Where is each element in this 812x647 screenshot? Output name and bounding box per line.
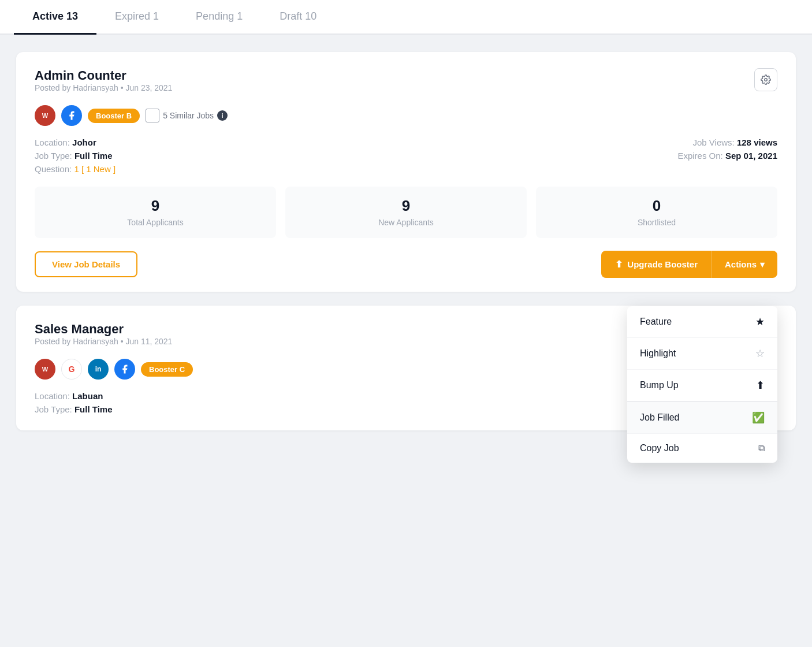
card1-info-right: Job Views: 128 views Expires On: Sep 01,…	[677, 137, 777, 174]
card1-jobtype-line: Job Type: Full Time	[35, 151, 116, 161]
copy-icon: ⧉	[758, 443, 765, 453]
feature-label: Feature	[640, 317, 672, 327]
card1-header: Admin Counter Posted by Hadriansyah • Ju…	[35, 68, 777, 102]
job-filled-label: Job Filled	[640, 412, 679, 423]
card1-booster-badge: Booster B	[88, 109, 140, 123]
card1-question-value[interactable]: 1 [ 1 New ]	[74, 164, 116, 174]
bump-up-label: Bump Up	[640, 380, 679, 391]
card2-platform-icon-google: G	[61, 359, 82, 380]
tabs-bar: Active 13 Expired 1 Pending 1 Draft 10	[0, 0, 812, 35]
card1-title: Admin Counter	[35, 68, 172, 83]
similar-jobs-icon	[146, 109, 159, 122]
info-icon: i	[217, 110, 228, 121]
card2-jobtype-label: Job Type:	[35, 404, 72, 414]
card2-jobtype-line: Job Type: Full Time	[35, 404, 113, 414]
card1-title-block: Admin Counter Posted by Hadriansyah • Ju…	[35, 68, 172, 102]
facebook-icon	[66, 110, 77, 121]
dropdown-item-feature[interactable]: Feature ★	[627, 306, 777, 338]
stat-shortlisted[interactable]: 0 Shortlisted	[536, 187, 777, 238]
card1-jobtype-value: Full Time	[75, 151, 113, 161]
card2-platform-icon-linkedin: in	[88, 359, 109, 380]
card1-similar-jobs[interactable]: 5 Similar Jobs i	[146, 109, 228, 122]
card1-location-line: Location: Johor	[35, 137, 116, 147]
card2-title-block: Sales Manager Posted by Hadriansyah • Ju…	[35, 322, 172, 355]
copy-job-label: Copy Job	[640, 443, 679, 453]
stat-new-label: New Applicants	[378, 218, 434, 227]
stat-new-number: 9	[292, 197, 520, 215]
card1-views-label: Job Views:	[693, 137, 735, 147]
card1-stats-row: 9 Total Applicants 9 New Applicants 0 Sh…	[35, 187, 777, 238]
platform-icon-facebook	[61, 105, 82, 126]
card1-info-grid: Location: Johor Job Type: Full Time Ques…	[35, 137, 777, 174]
dropdown-item-copy-job[interactable]: Copy Job ⧉	[627, 434, 777, 463]
actions-dropdown-icon: ▾	[760, 259, 765, 270]
card1-info-left: Location: Johor Job Type: Full Time Ques…	[35, 137, 116, 174]
upgrade-icon: ⬆	[615, 259, 623, 270]
card1-badges-row: W Booster B 5 Similar Jobs i	[35, 105, 777, 126]
card1-settings-button[interactable]	[754, 68, 777, 91]
dropdown-item-bump-up[interactable]: Bump Up ⬆	[627, 370, 777, 401]
star-filled-icon: ★	[755, 315, 765, 328]
svg-point-0	[765, 79, 768, 81]
tab-active[interactable]: Active 13	[14, 0, 96, 35]
card1-question-label: Question:	[35, 164, 72, 174]
tab-pending[interactable]: Pending 1	[177, 0, 261, 35]
card1-expires-value: Sep 01, 2021	[725, 151, 777, 161]
platform-icon-workcini: W	[35, 105, 55, 126]
arrow-up-circle-icon: ⬆	[756, 379, 765, 392]
stat-shortlisted-label: Shortlisted	[638, 218, 676, 227]
upgrade-booster-label: Upgrade Booster	[627, 259, 698, 269]
check-circle-icon: ✅	[752, 411, 765, 424]
card1-views-value: 128 views	[737, 137, 777, 147]
stat-total-number: 9	[42, 197, 269, 215]
content-area: Admin Counter Posted by Hadriansyah • Ju…	[0, 35, 812, 462]
upgrade-booster-button[interactable]: ⬆ Upgrade Booster	[601, 251, 712, 278]
card2-title: Sales Manager	[35, 322, 172, 337]
card1-expires-line: Expires On: Sep 01, 2021	[677, 151, 777, 161]
card2-location-line: Location: Labuan	[35, 391, 113, 401]
tab-draft[interactable]: Draft 10	[261, 0, 335, 35]
card1-expires-label: Expires On:	[677, 151, 722, 161]
card2-location-label: Location:	[35, 391, 70, 401]
tab-expired[interactable]: Expired 1	[96, 0, 177, 35]
card1-location-label: Location:	[35, 137, 70, 147]
stat-total-applicants[interactable]: 9 Total Applicants	[35, 187, 276, 238]
card1-button-group: ⬆ Upgrade Booster Actions ▾	[601, 251, 777, 278]
card2-location-value: Labuan	[72, 391, 103, 401]
dropdown-item-highlight[interactable]: Highlight ☆	[627, 338, 777, 370]
dropdown-item-job-filled[interactable]: Job Filled ✅	[627, 402, 777, 434]
card1-location-value: Johor	[72, 137, 96, 147]
card2-booster-badge: Booster C	[141, 362, 193, 377]
card2-info-left: Location: Labuan Job Type: Full Time	[35, 391, 113, 414]
card1-question-line: Question: 1 [ 1 New ]	[35, 164, 116, 174]
card2-platform-icon-workcini: W	[35, 359, 55, 380]
card1-posted-by: Posted by Hadriansyah • Jun 23, 2021	[35, 83, 172, 92]
card1-actions-row: View Job Details ⬆ Upgrade Booster Actio…	[35, 251, 777, 278]
facebook-icon-2	[120, 364, 130, 374]
actions-button[interactable]: Actions ▾	[712, 251, 777, 278]
job-card-1: Admin Counter Posted by Hadriansyah • Ju…	[16, 52, 796, 292]
card1-views-line: Job Views: 128 views	[677, 137, 777, 147]
stat-new-applicants[interactable]: 9 New Applicants	[285, 187, 527, 238]
card2-posted-by: Posted by Hadriansyah • Jun 11, 2021	[35, 337, 172, 346]
card2-platform-icon-facebook	[114, 359, 135, 380]
star-outline-icon: ☆	[755, 347, 765, 360]
stat-total-label: Total Applicants	[127, 218, 183, 227]
card1-jobtype-label: Job Type:	[35, 151, 72, 161]
highlight-label: Highlight	[640, 348, 676, 359]
actions-dropdown-menu: Feature ★ Highlight ☆ Bump Up ⬆ Job Fill…	[627, 306, 777, 463]
card2-jobtype-value: Full Time	[75, 404, 113, 414]
stat-shortlisted-number: 0	[543, 197, 770, 215]
similar-jobs-label: 5 Similar Jobs	[163, 111, 214, 120]
gear-icon	[761, 75, 771, 85]
view-job-details-button[interactable]: View Job Details	[35, 251, 137, 277]
actions-label: Actions	[725, 259, 757, 269]
